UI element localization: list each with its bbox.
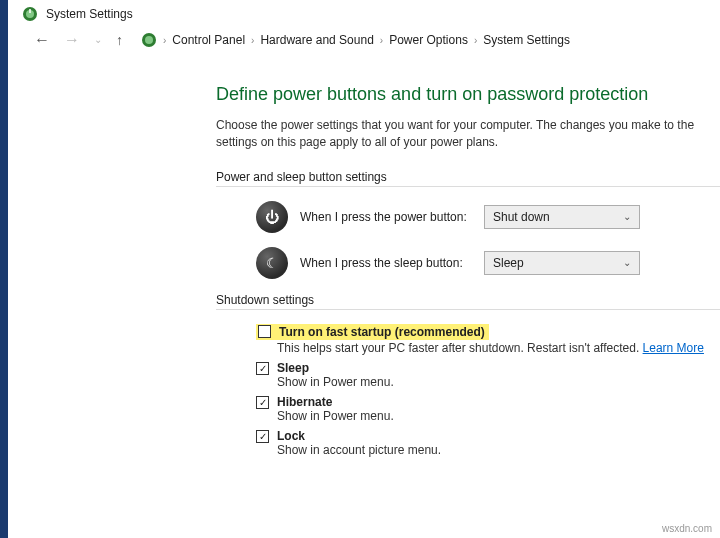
power-options-icon [141,32,157,48]
checkbox-sub: Show in account picture menu. [277,443,720,457]
breadcrumb: › Control Panel › Hardware and Sound › P… [141,32,570,48]
checkbox-lock[interactable]: ✓ [256,430,269,443]
recent-dropdown[interactable]: ⌄ [94,35,102,45]
power-options-icon [22,6,38,22]
breadcrumb-item[interactable]: Hardware and Sound [260,33,373,47]
select-value: Sleep [493,256,524,270]
learn-more-link[interactable]: Learn More [643,341,704,355]
checkbox-label: Lock [277,429,305,443]
shutdown-item-fast-startup: Turn on fast startup (recommended) This … [256,324,720,356]
power-button-label: When I press the power button: [300,210,472,224]
chevron-down-icon: ⌄ [623,257,631,268]
up-button[interactable]: ↑ [116,32,123,48]
shutdown-item-hibernate: ✓ Hibernate Show in Power menu. [256,395,720,423]
watermark: wsxdn.com [662,523,712,534]
chevron-right-icon: › [163,35,166,46]
window-edge [0,0,8,538]
sleep-button-label: When I press the sleep button: [300,256,472,270]
sleep-button-row: ☾ When I press the sleep button: Sleep ⌄ [256,247,720,279]
checkbox-sub: This helps start your PC faster after sh… [277,341,720,355]
power-button-row: ⏻ When I press the power button: Shut do… [256,201,720,233]
window-title: System Settings [46,7,133,21]
nav-bar: ← → ⌄ ↑ › Control Panel › Hardware and S… [0,26,720,54]
separator [216,309,720,310]
sleep-icon: ☾ [256,247,288,279]
content-area: Define power buttons and turn on passwor… [0,54,720,457]
back-button[interactable]: ← [34,32,50,48]
checkbox-label: Turn on fast startup (recommended) [279,325,485,339]
checkbox-label: Hibernate [277,395,332,409]
power-icon: ⏻ [256,201,288,233]
checkbox-sleep[interactable]: ✓ [256,362,269,375]
chevron-right-icon: › [380,35,383,46]
separator [216,186,720,187]
power-button-select[interactable]: Shut down ⌄ [484,205,640,229]
title-bar: System Settings [0,0,720,26]
select-value: Shut down [493,210,550,224]
shutdown-item-sleep: ✓ Sleep Show in Power menu. [256,361,720,389]
breadcrumb-item[interactable]: System Settings [483,33,570,47]
section-heading-buttons: Power and sleep button settings [216,170,720,184]
chevron-right-icon: › [251,35,254,46]
breadcrumb-item[interactable]: Control Panel [172,33,245,47]
chevron-right-icon: › [474,35,477,46]
checkbox-hibernate[interactable]: ✓ [256,396,269,409]
checkbox-sub: Show in Power menu. [277,409,720,423]
page-heading: Define power buttons and turn on passwor… [216,84,720,105]
breadcrumb-item[interactable]: Power Options [389,33,468,47]
checkbox-sub: Show in Power menu. [277,375,720,389]
svg-point-3 [145,36,153,44]
forward-button: → [64,32,80,48]
sleep-button-select[interactable]: Sleep ⌄ [484,251,640,275]
shutdown-item-lock: ✓ Lock Show in account picture menu. [256,429,720,457]
page-subtext: Choose the power settings that you want … [216,117,720,152]
checkbox-label: Sleep [277,361,309,375]
checkbox-fast-startup[interactable] [258,325,271,338]
section-heading-shutdown: Shutdown settings [216,293,720,307]
chevron-down-icon: ⌄ [623,211,631,222]
